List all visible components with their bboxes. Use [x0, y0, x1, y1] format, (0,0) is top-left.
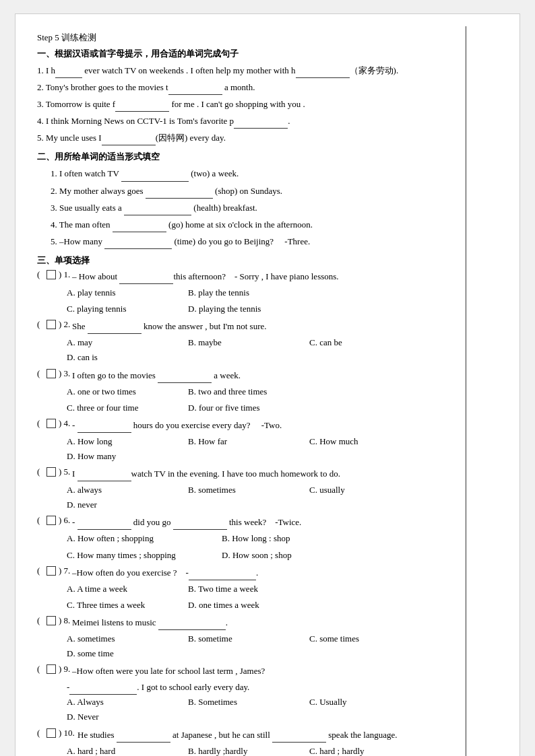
blank[interactable]	[158, 629, 226, 630]
mc-bracket-10: (	[37, 728, 46, 738]
blank[interactable]	[55, 77, 82, 78]
mc-answer-box-8[interactable]	[46, 616, 56, 625]
mc-answer-box-6[interactable]	[46, 516, 56, 525]
mc-answer-box-1[interactable]	[46, 270, 56, 279]
mc-answer-box-10[interactable]	[46, 728, 56, 738]
mc-q9-text: –How often were you late for school last…	[72, 664, 458, 679]
mc-answer-box-5[interactable]	[46, 467, 56, 477]
blank[interactable]	[234, 128, 288, 129]
mc-q1-opts: A. play tennis B. play the tennis	[37, 285, 458, 300]
opt-4b: B. How far	[188, 434, 303, 449]
mc-answer-box-9[interactable]	[46, 664, 56, 674]
mc-item-9: ( ) 9. –How often were you late for scho…	[37, 664, 458, 724]
mc-q3-text: I often go to the movies a week.	[72, 368, 458, 383]
blank[interactable]	[113, 232, 166, 232]
opt-9b: B. Sometimes	[188, 695, 303, 710]
blank[interactable]	[296, 77, 350, 78]
mc-q7-opts2: C. Three times a week D. one times a wee…	[37, 598, 458, 613]
opt-7c: C. Three times a week	[67, 598, 181, 613]
mc-q7-text: –How often do you exercise ? -.	[72, 565, 458, 580]
blank[interactable]	[119, 283, 173, 284]
mc-answer-box-3[interactable]	[46, 369, 56, 378]
mc-item-5: ( ) 5. I watch TV in the evening. I have…	[37, 467, 458, 512]
opt-2b: B. maybe	[188, 335, 303, 350]
opt-9a: A. Always	[67, 695, 181, 710]
mc-answer-box-7[interactable]	[46, 566, 56, 576]
blank[interactable]	[104, 248, 172, 249]
mc-row-6: ( ) 6. - did you go this week? -Twice.	[37, 515, 458, 530]
mc-item-10: ( ) 10. He studies at Japanese , but he …	[37, 728, 458, 756]
section2: 二、用所给单词的适当形式填空 1. I often watch TV (two)…	[37, 151, 458, 248]
section3: 三、单项选择 ( ) 1. – How about this afternoon…	[37, 254, 458, 756]
blank[interactable]	[272, 742, 326, 743]
blank[interactable]	[77, 432, 131, 433]
mc-q5-opts: A. always B. sometimes C. usually D. nev…	[37, 483, 458, 512]
mc-num-3: ) 3.	[59, 368, 72, 379]
mc-q8-opts: A. sometimes B. sometime C. some times D…	[37, 631, 458, 661]
s1-q1: 1. I h ever watch TV on weekends . I oft…	[37, 63, 458, 78]
blank[interactable]	[124, 215, 191, 215]
mc-bracket-5: (	[37, 467, 46, 477]
blank[interactable]	[102, 145, 156, 145]
mc-q1-text: – How about this afternoon? - Sorry , I …	[72, 269, 458, 284]
s1-q4: 4. I think Morning News on CCTV-1 is Tom…	[37, 114, 458, 129]
mc-bracket-1: (	[37, 269, 46, 280]
opt-7a: A. A time a week	[67, 582, 181, 596]
mc-item-6: ( ) 6. - did you go this week? -Twice. A…	[37, 515, 458, 562]
mc-answer-box-4[interactable]	[46, 419, 56, 428]
opt-3b: B. two and three times	[188, 384, 303, 399]
mc-bracket-9: (	[37, 664, 46, 675]
opt-2a: A. may	[67, 335, 181, 350]
step-title: Step 5 训练检测	[37, 32, 458, 44]
blank[interactable]	[77, 481, 131, 481]
opt-3c: C. three or four time	[67, 401, 181, 415]
opt-6a: A. How often ; shopping	[67, 531, 215, 546]
opt-4c: C. How much	[309, 434, 424, 449]
mc-bracket-4: (	[37, 418, 46, 429]
mc-row-10: ( ) 10. He studies at Japanese , but he …	[37, 728, 458, 743]
blank[interactable]	[88, 333, 141, 334]
mc-item-2: ( ) 2. She know the answer , but I'm not…	[37, 319, 458, 365]
section2-title: 二、用所给单词的适当形式填空	[37, 151, 458, 163]
blank[interactable]	[121, 181, 189, 182]
mc-bracket-8: (	[37, 615, 46, 626]
mc-row-5: ( ) 5. I watch TV in the evening. I have…	[37, 467, 458, 481]
section3-title: 三、单项选择	[37, 254, 458, 267]
main-layout: Step 5 训练检测 一、根据汉语或首字母提示，用合适的单词完成句子 1. I…	[29, 26, 506, 756]
mc-item-7: ( ) 7. –How often do you exercise ? -. A…	[37, 565, 458, 613]
mc-row-2: ( ) 2. She know the answer , but I'm not…	[37, 319, 458, 334]
mc-q10-text: He studies at Japanese , but he can stil…	[77, 728, 458, 743]
opt-1b: B. play the tennis	[188, 285, 303, 300]
blank[interactable]	[77, 529, 131, 530]
opt-9c: C. Usually	[309, 695, 424, 710]
opt-4a: A. How long	[67, 434, 181, 449]
blank[interactable]	[189, 580, 256, 580]
mc-q1-opts2: C. playing tennis D. playing the tennis	[37, 302, 458, 316]
mc-answer-box-2[interactable]	[46, 320, 56, 329]
mc-num-8: ) 8.	[59, 615, 72, 626]
opt-6b: B. How long : shop	[222, 531, 370, 546]
mc-q3-opts: A. one or two times B. two and three tim…	[37, 384, 458, 399]
opt-2c: C. can be	[309, 335, 424, 350]
blank[interactable]	[173, 529, 227, 530]
mc-item-1: ( ) 1. – How about this afternoon? - Sor…	[37, 269, 458, 316]
opt-3a: A. one or two times	[67, 384, 181, 399]
opt-3d: D. four or five times	[188, 401, 303, 415]
blank[interactable]	[158, 382, 212, 383]
mc-q7-opts: A. A time a week B. Two time a week	[37, 582, 458, 596]
blank[interactable]	[117, 742, 170, 743]
opt-1d: D. playing the tennis	[188, 302, 303, 316]
s1-q5: 5. My uncle uses I(因特网) every day.	[37, 131, 458, 145]
page: Step 5 训练检测 一、根据汉语或首字母提示，用合适的单词完成句子 1. I…	[15, 13, 520, 756]
section1-title: 一、根据汉语或首字母提示，用合适的单词完成句子	[37, 48, 458, 60]
opt-5d: D. never	[67, 497, 181, 512]
mc-num-10: ) 10.	[59, 728, 77, 738]
mc-q6-text: - did you go this week? -Twice.	[72, 515, 458, 530]
s2-q1: 1. I often watch TV (two) a week.	[37, 166, 458, 181]
mc-row-7: ( ) 7. –How often do you exercise ? -.	[37, 565, 458, 580]
mc-num-5: ) 5.	[59, 467, 72, 477]
blank[interactable]	[146, 198, 213, 199]
blank[interactable]	[115, 111, 169, 112]
opt-5c: C. usually	[309, 483, 424, 497]
blank[interactable]	[168, 94, 222, 95]
